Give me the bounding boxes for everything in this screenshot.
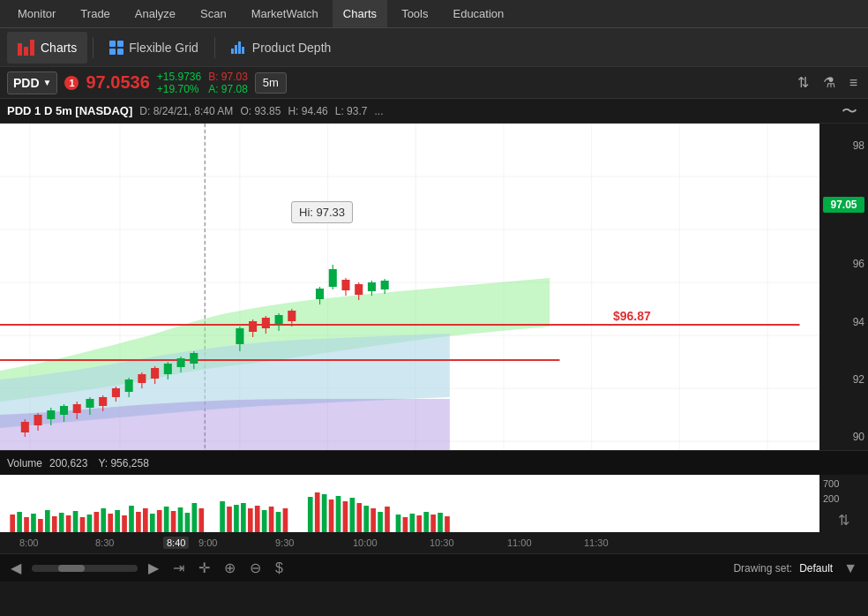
svg-rect-61 bbox=[329, 269, 337, 287]
current-price-label: 97.05 bbox=[823, 197, 864, 213]
svg-rect-87 bbox=[115, 510, 120, 532]
toolbar-divider-1 bbox=[93, 37, 94, 58]
svg-rect-29 bbox=[73, 404, 81, 413]
svg-rect-118 bbox=[363, 506, 369, 532]
chart-type-icon[interactable]: 〜 bbox=[838, 97, 861, 125]
zoom-out-btn[interactable]: ⊖ bbox=[246, 558, 265, 578]
current-price: 97.0536 bbox=[86, 72, 149, 93]
toolbar-divider-2 bbox=[214, 37, 215, 58]
bid-label: B: bbox=[208, 71, 221, 83]
svg-rect-51 bbox=[249, 321, 257, 332]
time-830: 8:30 bbox=[95, 537, 114, 548]
volume-axis-scroll[interactable]: ⇅ bbox=[823, 512, 864, 529]
scroll-track[interactable] bbox=[32, 565, 138, 572]
time-900: 9:00 bbox=[198, 537, 217, 548]
change-value: +15.9736 bbox=[157, 71, 201, 83]
compare-icon[interactable]: ⇅ bbox=[794, 71, 812, 94]
time-800: 8:00 bbox=[19, 537, 38, 548]
drawing-set-arrow[interactable]: ▼ bbox=[840, 559, 861, 578]
volume-label: Volume bbox=[7, 457, 42, 470]
studies-icon[interactable]: ⚗ bbox=[819, 71, 839, 94]
nav-charts[interactable]: Charts bbox=[333, 0, 387, 27]
bid-ask: B: 97.03 A: 97.08 bbox=[208, 71, 248, 95]
pan-btn[interactable]: ✛ bbox=[195, 558, 213, 578]
svg-rect-102 bbox=[234, 505, 239, 532]
drawing-set-value: Default bbox=[799, 562, 833, 575]
symbol-selector[interactable]: PDD ▼ bbox=[7, 71, 57, 94]
bottom-toolbar: ◀ ▶ ⇥ ✛ ⊕ ⊖ $ Drawing set: Default ▼ bbox=[0, 553, 868, 582]
time-930: 9:30 bbox=[275, 537, 294, 548]
svg-rect-55 bbox=[275, 315, 283, 326]
charts-icon bbox=[18, 40, 35, 56]
time-1000: 10:00 bbox=[353, 537, 378, 548]
svg-rect-59 bbox=[316, 289, 324, 299]
flexible-grid-label: Flexible Grid bbox=[129, 41, 198, 55]
svg-rect-92 bbox=[150, 514, 155, 532]
svg-rect-122 bbox=[396, 515, 401, 532]
price-90: 90 bbox=[823, 431, 864, 443]
symbol-bar: PDD ▼ 1 97.0536 +15.9736 +19.70% B: 97.0… bbox=[0, 67, 868, 99]
scroll-thumb[interactable] bbox=[58, 565, 85, 572]
flexible-grid-button[interactable]: Flexible Grid bbox=[99, 32, 209, 64]
price-96: 96 bbox=[823, 258, 864, 270]
svg-rect-91 bbox=[143, 508, 148, 532]
svg-rect-127 bbox=[430, 515, 436, 532]
volume-value: 200,623 bbox=[49, 457, 87, 470]
svg-rect-79 bbox=[59, 513, 64, 532]
scroll-right-btn[interactable]: ▶ bbox=[145, 558, 162, 578]
svg-rect-107 bbox=[269, 507, 274, 532]
svg-rect-47 bbox=[190, 353, 198, 364]
nav-education[interactable]: Education bbox=[442, 0, 514, 27]
svg-rect-21 bbox=[21, 422, 29, 432]
volume-chart-container: 700 200 ⇅ bbox=[0, 475, 868, 532]
svg-rect-77 bbox=[45, 510, 50, 532]
svg-rect-89 bbox=[129, 506, 134, 532]
nav-tools[interactable]: Tools bbox=[391, 0, 438, 27]
red-price-label: $96.87 bbox=[613, 309, 651, 323]
svg-rect-112 bbox=[322, 494, 327, 532]
ask-value: 97.08 bbox=[221, 83, 248, 95]
price-98: 98 bbox=[823, 139, 864, 152]
svg-rect-82 bbox=[80, 517, 86, 532]
svg-rect-74 bbox=[24, 517, 29, 532]
svg-rect-69 bbox=[381, 281, 389, 289]
zoom-in-btn[interactable]: ⊕ bbox=[221, 558, 239, 578]
svg-rect-73 bbox=[17, 512, 22, 532]
svg-rect-27 bbox=[60, 406, 68, 415]
svg-rect-108 bbox=[276, 512, 281, 532]
menu-icon[interactable]: ≡ bbox=[846, 71, 861, 94]
charts-button[interactable]: Charts bbox=[7, 32, 87, 64]
svg-rect-104 bbox=[248, 508, 253, 532]
nav-scan[interactable]: Scan bbox=[190, 0, 237, 27]
time-axis-spacer bbox=[819, 532, 868, 553]
svg-rect-45 bbox=[177, 358, 185, 367]
svg-rect-110 bbox=[308, 497, 313, 532]
nav-analyze[interactable]: Analyze bbox=[124, 0, 186, 27]
drawing-set-label: Drawing set: bbox=[733, 562, 792, 575]
product-depth-button[interactable]: Product Depth bbox=[221, 32, 342, 64]
nav-trade[interactable]: Trade bbox=[70, 0, 120, 27]
nav-marketwatch[interactable]: MarketWatch bbox=[241, 0, 329, 27]
svg-rect-109 bbox=[283, 508, 288, 532]
dollar-btn[interactable]: $ bbox=[272, 559, 287, 578]
svg-rect-53 bbox=[262, 318, 270, 328]
volume-chart-main[interactable] bbox=[0, 475, 819, 532]
scroll-to-end-btn[interactable]: ⇥ bbox=[169, 558, 188, 578]
svg-rect-129 bbox=[445, 516, 450, 532]
time-1100: 11:00 bbox=[507, 537, 532, 548]
chart-info-bar: PDD 1 D 5m [NASDAQ] D: 8/24/21, 8:40 AM … bbox=[0, 99, 868, 124]
svg-rect-90 bbox=[136, 512, 141, 532]
chart-main[interactable]: Hi: 97.33 $96.87 bbox=[0, 124, 819, 450]
price-axis: 98 97.05 96 94 92 90 bbox=[819, 124, 868, 450]
scroll-left-btn[interactable]: ◀ bbox=[7, 558, 25, 578]
svg-rect-99 bbox=[198, 508, 204, 532]
svg-rect-113 bbox=[329, 500, 334, 532]
nav-monitor[interactable]: Monitor bbox=[7, 0, 66, 27]
change-pct: +19.70% bbox=[157, 83, 199, 95]
alert-badge: 1 bbox=[64, 76, 79, 90]
svg-rect-125 bbox=[416, 515, 422, 532]
ask-label: A: bbox=[208, 83, 221, 95]
svg-rect-115 bbox=[343, 501, 348, 532]
time-840: 8:40 bbox=[163, 537, 189, 549]
timeframe-selector[interactable]: 5m bbox=[255, 72, 287, 94]
